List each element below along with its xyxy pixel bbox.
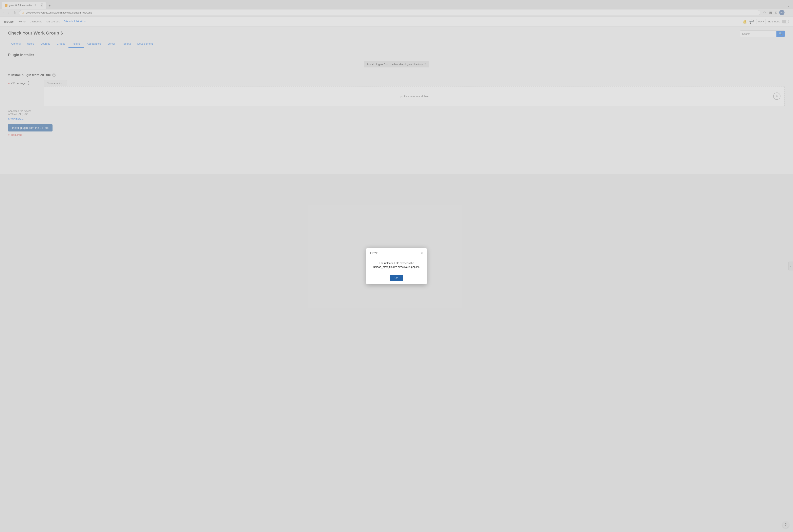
edit-mode-control: Edit mode [768,20,789,23]
reload-button[interactable]: ↻ [12,10,17,15]
zip-help-icon[interactable]: ? [52,74,56,77]
new-tab-button[interactable]: + [47,3,52,9]
search-button[interactable]: 🔍 [776,31,785,37]
zip-error-icon: ● [8,81,10,84]
tab-development[interactable]: Development [134,40,156,48]
nav-mycourses[interactable]: My courses [46,17,60,26]
tab-server[interactable]: Server [104,40,118,48]
tab-title: group6: Administration: Plugin... [9,4,39,7]
address-bar-row: ‹ › ↻ ⚠ checkyourworkgroup.online/admin/… [0,9,793,17]
required-error-icon: ● [8,133,10,136]
page-title: Check Your Work Group 6 [8,31,63,36]
nav-dashboard[interactable]: Dashboard [30,17,42,26]
notification-button[interactable]: 🔔 [742,19,747,24]
security-icon: ⚠ [22,11,24,14]
required-row: ● Required [8,133,785,136]
show-more-link[interactable]: Show more... [8,117,785,120]
url-text: checkyourworkgroup.online/admin/tool/ins… [26,11,757,14]
address-bar[interactable]: ⚠ checkyourworkgroup.online/admin/tool/i… [19,10,760,15]
tab-users[interactable]: Users [24,40,37,48]
browser-toolbar-icons: ☆ ⊞ ⧉ AU ⋮ [762,10,791,15]
admin-tabs: General Users Courses Grades Plugins App… [8,40,785,48]
collapsible-label: Install plugin from ZIP file [11,73,51,77]
accepted-types: Accepted file types: Archive (ZIP) .zip [8,110,785,116]
section-title: Plugin installer [8,53,785,57]
file-drop-area[interactable]: ↓ pp files here to add them. ⬇ [44,86,785,106]
top-nav-right: 🔔 💬 AU ▾ Edit mode [742,19,789,24]
tab-plugins[interactable]: Plugins [69,40,83,48]
chat-button[interactable]: 💬 [749,19,754,24]
archive-label: Archive (ZIP) [8,113,23,116]
zip-package-row: ● ZIP package ? Choose a file... ↓ pp fi… [8,80,785,106]
zip-label: ● ZIP package ? [8,80,40,84]
zip-field-help-icon[interactable]: ? [27,81,30,84]
download-icon: ⬇ [773,93,780,100]
dir-button-label: Install plugins from the Moodle plugins … [367,63,423,66]
zip-form-control: Choose a file... ↓ pp files here to add … [44,80,785,106]
tab-appearance[interactable]: Appearance [83,40,104,48]
lang-chevron-icon: ▾ [762,20,764,23]
dir-help-icon[interactable]: ? [424,63,426,66]
file-drop-text: ↓ pp files here to add them. [398,95,430,98]
active-tab: group6: Administration: Plugin... × [2,2,46,9]
collapse-arrow-icon: ▾ [8,73,10,77]
tab-courses[interactable]: Courses [37,40,53,48]
plugin-installer-section: Plugin installer Install plugins from th… [8,53,785,136]
top-nav: group6 Home Dashboard My courses Site ad… [0,17,793,26]
back-button[interactable]: ‹ [2,10,5,15]
tab-bar: group6: Administration: Plugin... × + ⌄ [0,0,793,9]
extensions-button[interactable]: ⊞ [768,10,773,15]
zip-install-section: ▾ Install plugin from ZIP file ? ● ZIP p… [8,73,785,136]
tab-overflow-button[interactable]: ⌄ [786,4,791,8]
edit-mode-toggle[interactable] [782,20,789,23]
main-content: Check Your Work Group 6 🔍 General Users … [0,26,793,145]
search-bar: 🔍 [740,31,785,37]
forward-button[interactable]: › [7,10,11,15]
main-nav: Home Dashboard My courses Site administr… [18,17,86,26]
tab-reports[interactable]: Reports [118,40,134,48]
language-button[interactable]: AU ▾ [756,19,766,24]
lang-label: AU [758,20,762,23]
install-zip-button[interactable]: Install plugin from the ZIP file [8,124,53,132]
favicon [5,4,7,7]
install-from-dir: Install plugins from the Moodle plugins … [8,61,785,68]
tab-general[interactable]: General [8,40,24,48]
archive-ext: .zip [24,113,28,116]
edit-mode-label: Edit mode [768,20,780,23]
zip-label-text: ZIP package [11,81,26,84]
site-name: group6 [4,20,14,23]
moodle-app: group6 Home Dashboard My courses Site ad… [0,17,793,174]
choose-file-button[interactable]: Choose a file... [44,80,67,86]
browser-chrome: group6: Administration: Plugin... × + ⌄ … [0,0,793,17]
tab-grades[interactable]: Grades [54,40,69,48]
split-button[interactable]: ⧉ [774,10,778,15]
page-header: Check Your Work Group 6 🔍 [8,31,785,37]
nav-home[interactable]: Home [18,17,25,26]
install-from-dir-button[interactable]: Install plugins from the Moodle plugins … [364,61,429,68]
nav-siteadmin[interactable]: Site administration [64,17,86,26]
bookmark-button[interactable]: ☆ [762,10,767,15]
profile-button[interactable]: AU [779,10,785,15]
collapsible-header[interactable]: ▾ Install plugin from ZIP file ? [8,73,785,77]
required-label: Required [11,133,22,136]
more-button[interactable]: ⋮ [785,10,791,15]
close-tab-button[interactable]: × [41,3,43,7]
search-input[interactable] [740,31,776,37]
accepted-types-label: Accepted file types: [8,110,31,113]
